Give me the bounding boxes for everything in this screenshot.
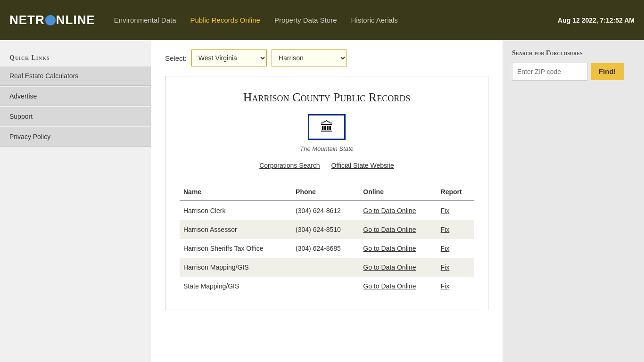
fix-link[interactable]: Fix bbox=[441, 282, 450, 290]
nav: Environmental Data Public Records Online… bbox=[114, 16, 558, 24]
table-row: State Mapping/GISGo to Data OnlineFix bbox=[180, 277, 474, 296]
header: NETRNLINE Environmental Data Public Reco… bbox=[0, 0, 644, 40]
col-phone: Phone bbox=[292, 183, 359, 201]
select-row: Select: West Virginia Harrison bbox=[165, 49, 488, 66]
state-flag-inner: 🏛 bbox=[309, 115, 344, 139]
cell-online: Go to Data Online bbox=[359, 220, 437, 239]
table-row: Harrison Assessor(304) 624-8510Go to Dat… bbox=[180, 220, 474, 239]
fix-link[interactable]: Fix bbox=[441, 245, 450, 252]
flag-container: 🏛 bbox=[180, 114, 474, 141]
fix-link[interactable]: Fix bbox=[441, 263, 450, 271]
cell-phone: (304) 624-8685 bbox=[292, 239, 359, 258]
zip-input[interactable] bbox=[512, 63, 587, 81]
sidebar-link-advertise[interactable]: Advertise bbox=[0, 87, 151, 106]
cell-phone: (304) 624-8510 bbox=[292, 220, 359, 239]
fix-link[interactable]: Fix bbox=[441, 226, 450, 233]
records-tbody: Harrison Clerk(304) 624-8612Go to Data O… bbox=[180, 201, 474, 296]
datetime: Aug 12 2022, 7:12:52 AM bbox=[558, 16, 635, 24]
logo-text: NETRNLINE bbox=[9, 13, 95, 27]
state-tagline: The Mountain State bbox=[180, 145, 474, 152]
logo-globe bbox=[45, 15, 56, 25]
cell-report: Fix bbox=[437, 201, 474, 220]
table-header-row: Name Phone Online Report bbox=[180, 183, 474, 201]
county-title: Harrison County Public Records bbox=[180, 90, 474, 105]
col-report: Report bbox=[437, 183, 474, 201]
cell-report: Fix bbox=[437, 277, 474, 296]
select-label: Select: bbox=[165, 54, 187, 62]
table-row: Harrison Clerk(304) 624-8612Go to Data O… bbox=[180, 201, 474, 220]
cell-online: Go to Data Online bbox=[359, 239, 437, 258]
table-row: Harrison Sheriffs Tax Office(304) 624-86… bbox=[180, 239, 474, 258]
cell-phone bbox=[292, 258, 359, 277]
state-flag: 🏛 bbox=[308, 114, 346, 140]
cell-name: Harrison Assessor bbox=[180, 220, 292, 239]
cell-phone bbox=[292, 277, 359, 296]
right-sidebar: Search for Forclosures Find! bbox=[503, 40, 644, 362]
records-table: Name Phone Online Report Harrison Clerk(… bbox=[180, 183, 474, 296]
cell-online: Go to Data Online bbox=[359, 277, 437, 296]
cell-phone: (304) 624-8612 bbox=[292, 201, 359, 220]
go-to-data-online-link[interactable]: Go to Data Online bbox=[363, 207, 416, 214]
links-row: Corporations Search Official State Websi… bbox=[180, 162, 474, 169]
col-online: Online bbox=[359, 183, 437, 201]
cell-name: State Mapping/GIS bbox=[180, 277, 292, 296]
sidebar-link-privacy[interactable]: Privacy Policy bbox=[0, 127, 151, 147]
foreclosure-form: Find! bbox=[512, 63, 635, 81]
cell-report: Fix bbox=[437, 258, 474, 277]
logo-area: NETRNLINE bbox=[9, 13, 95, 27]
fix-link[interactable]: Fix bbox=[441, 207, 450, 214]
nav-item-environmental-data[interactable]: Environmental Data bbox=[114, 16, 176, 24]
main-content: Select: West Virginia Harrison Harrison … bbox=[151, 40, 503, 362]
cell-name: Harrison Clerk bbox=[180, 201, 292, 220]
official-state-website-link[interactable]: Official State Website bbox=[331, 162, 394, 169]
find-button[interactable]: Find! bbox=[591, 63, 624, 80]
go-to-data-online-link[interactable]: Go to Data Online bbox=[363, 226, 416, 233]
table-row: Harrison Mapping/GISGo to Data OnlineFix bbox=[180, 258, 474, 277]
quick-links-title: Quick Links bbox=[0, 49, 151, 66]
nav-item-historic-aerials[interactable]: Historic Aerials bbox=[351, 16, 397, 24]
cell-report: Fix bbox=[437, 220, 474, 239]
go-to-data-online-link[interactable]: Go to Data Online bbox=[363, 245, 416, 252]
nav-item-property-data[interactable]: Property Data Store bbox=[274, 16, 337, 24]
col-name: Name bbox=[180, 183, 292, 201]
county-content: Harrison County Public Records 🏛 The Mou… bbox=[165, 76, 488, 310]
sidebar-link-support[interactable]: Support bbox=[0, 107, 151, 126]
go-to-data-online-link[interactable]: Go to Data Online bbox=[363, 263, 416, 271]
sidebar-link-real-estate[interactable]: Real Estate Calculators bbox=[0, 66, 151, 86]
cell-online: Go to Data Online bbox=[359, 258, 437, 277]
layout: Quick Links Real Estate Calculators Adve… bbox=[0, 40, 644, 362]
cell-report: Fix bbox=[437, 239, 474, 258]
state-select[interactable]: West Virginia bbox=[191, 49, 267, 66]
corporations-search-link[interactable]: Corporations Search bbox=[259, 162, 320, 169]
sidebar: Quick Links Real Estate Calculators Adve… bbox=[0, 40, 151, 362]
cell-online: Go to Data Online bbox=[359, 201, 437, 220]
cell-name: Harrison Sheriffs Tax Office bbox=[180, 239, 292, 258]
cell-name: Harrison Mapping/GIS bbox=[180, 258, 292, 277]
county-select[interactable]: Harrison bbox=[272, 49, 347, 66]
foreclosure-title: Search for Forclosures bbox=[512, 49, 635, 57]
nav-item-public-records[interactable]: Public Records Online bbox=[190, 16, 260, 24]
go-to-data-online-link[interactable]: Go to Data Online bbox=[363, 282, 416, 290]
